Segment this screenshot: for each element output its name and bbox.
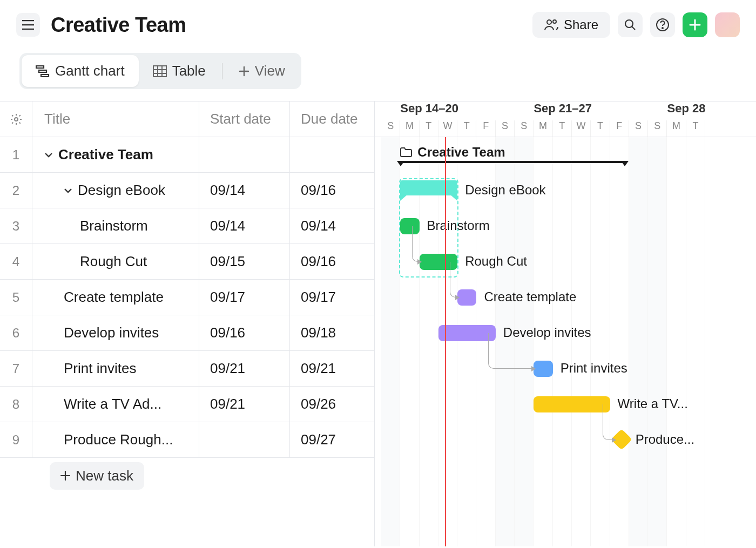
task-title-cell[interactable]: Brainstorm xyxy=(32,208,199,243)
day-header-cell: S xyxy=(629,120,648,137)
new-task-button[interactable]: New task xyxy=(50,462,144,490)
day-header-cell: S xyxy=(496,120,515,137)
gantt-bar[interactable] xyxy=(534,361,552,377)
search-icon xyxy=(624,18,637,31)
task-title-cell[interactable]: Create template xyxy=(32,280,199,315)
gantt-bar-label: Design eBook xyxy=(465,182,545,198)
chevron-down-icon[interactable] xyxy=(44,152,53,158)
gantt-bar[interactable] xyxy=(534,396,610,412)
day-header-cell: S xyxy=(381,120,400,137)
start-date-cell[interactable]: 09/17 xyxy=(199,280,290,315)
help-button[interactable] xyxy=(650,12,675,37)
task-title-cell[interactable]: Write a TV Ad... xyxy=(32,387,199,422)
table-row[interactable]: 1Creative Team xyxy=(0,137,374,173)
task-title: Design eBook xyxy=(78,182,165,199)
add-button[interactable] xyxy=(683,12,707,37)
column-header-due-date[interactable]: Due date xyxy=(290,102,374,137)
day-header-cell: T xyxy=(420,120,438,137)
gantt-bar-label: Produce... xyxy=(636,432,694,447)
table-row[interactable]: 4Rough Cut09/1509/16 xyxy=(0,244,374,280)
task-title: Develop invites xyxy=(64,324,159,341)
task-title-cell[interactable]: Develop invites xyxy=(32,315,199,350)
row-number: 8 xyxy=(0,387,32,422)
svg-point-1 xyxy=(553,20,556,23)
task-title-cell[interactable]: Rough Cut xyxy=(32,244,199,279)
task-title: Produce Rough... xyxy=(64,431,173,448)
task-title-cell[interactable]: Design eBook xyxy=(32,173,199,208)
start-date-cell[interactable]: 09/21 xyxy=(199,387,290,422)
add-view-label: View xyxy=(255,63,285,79)
due-date-cell[interactable]: 09/17 xyxy=(290,280,374,315)
table-row[interactable]: 5Create template09/1709/17 xyxy=(0,280,374,315)
table-row[interactable]: 6Develop invites09/1609/18 xyxy=(0,315,374,351)
gantt-bar[interactable] xyxy=(438,325,496,341)
week-label: Sep 21–27 xyxy=(534,102,592,116)
task-title: Creative Team xyxy=(58,146,153,163)
row-number: 6 xyxy=(0,315,32,350)
table-icon xyxy=(153,65,167,77)
gantt-bar[interactable] xyxy=(457,289,476,306)
hamburger-icon xyxy=(22,20,34,30)
due-date-cell[interactable]: 09/27 xyxy=(290,422,374,457)
start-date-cell[interactable]: 09/14 xyxy=(199,208,290,243)
gantt-summary-bar[interactable] xyxy=(400,180,457,195)
row-number: 7 xyxy=(0,351,32,386)
plus-icon xyxy=(239,66,249,77)
table-row[interactable]: 2Design eBook09/1409/16 xyxy=(0,173,374,208)
add-view-button[interactable]: View xyxy=(225,55,299,87)
task-title-cell[interactable]: Print invites xyxy=(32,351,199,386)
dependency-arrow-icon xyxy=(455,295,460,300)
search-button[interactable] xyxy=(618,12,643,37)
day-header-cell: S xyxy=(515,120,534,137)
task-title-cell[interactable]: Produce Rough... xyxy=(32,422,199,457)
table-settings-button[interactable] xyxy=(0,102,32,137)
dependency-arrow-icon xyxy=(531,366,536,371)
user-avatar[interactable] xyxy=(715,12,740,37)
table-row[interactable]: 8Write a TV Ad...09/2109/26 xyxy=(0,387,374,422)
share-button[interactable]: Share xyxy=(532,12,610,38)
table-row[interactable]: 7Print invites09/2109/21 xyxy=(0,351,374,387)
new-task-label: New task xyxy=(76,468,133,484)
dependency-arrow-icon xyxy=(417,259,422,265)
task-title: Write a TV Ad... xyxy=(64,396,161,412)
dependency-line xyxy=(450,262,457,297)
help-icon xyxy=(656,18,670,32)
share-label: Share xyxy=(564,17,598,32)
day-header-cell: T xyxy=(553,120,572,137)
week-label: Sep 14–20 xyxy=(400,102,458,116)
chevron-down-icon[interactable] xyxy=(64,187,72,194)
gantt-bar-label: Write a TV... xyxy=(618,396,688,411)
day-header-cell: T xyxy=(591,120,610,137)
tab-table[interactable]: Table xyxy=(139,55,220,87)
start-date-cell[interactable]: 09/15 xyxy=(199,244,290,279)
due-date-cell[interactable]: 09/18 xyxy=(290,315,374,350)
start-date-cell[interactable]: 09/16 xyxy=(199,315,290,350)
start-date-cell[interactable]: 09/21 xyxy=(199,351,290,386)
due-date-cell[interactable] xyxy=(290,137,374,172)
column-header-start-date[interactable]: Start date xyxy=(199,102,290,137)
table-row[interactable]: 9Produce Rough...09/27 xyxy=(0,422,374,458)
hamburger-menu-button[interactable] xyxy=(16,13,40,37)
svg-point-2 xyxy=(625,20,633,28)
svg-rect-8 xyxy=(153,66,166,77)
start-date-cell[interactable] xyxy=(199,137,290,172)
dependency-arrow-icon xyxy=(612,437,616,443)
day-header-cell: T xyxy=(686,120,705,137)
due-date-cell[interactable]: 09/14 xyxy=(290,208,374,243)
due-date-cell[interactable]: 09/16 xyxy=(290,244,374,279)
table-row[interactable]: 3Brainstorm09/1409/14 xyxy=(0,208,374,244)
tab-gantt-chart[interactable]: Gantt chart xyxy=(22,55,139,87)
page-title[interactable]: Creative Team xyxy=(51,13,522,37)
due-date-cell[interactable]: 09/16 xyxy=(290,173,374,208)
start-date-cell[interactable] xyxy=(199,422,290,457)
column-header-title[interactable]: Title xyxy=(32,102,199,137)
start-date-cell[interactable]: 09/14 xyxy=(199,173,290,208)
gantt-group-label[interactable]: Creative Team xyxy=(400,145,505,160)
gantt-group-bracket[interactable] xyxy=(400,161,625,163)
row-number: 9 xyxy=(0,422,32,457)
task-title: Create template xyxy=(64,289,164,306)
due-date-cell[interactable]: 09/26 xyxy=(290,387,374,422)
folder-icon xyxy=(400,147,412,157)
task-title-cell[interactable]: Creative Team xyxy=(32,137,199,172)
due-date-cell[interactable]: 09/21 xyxy=(290,351,374,386)
